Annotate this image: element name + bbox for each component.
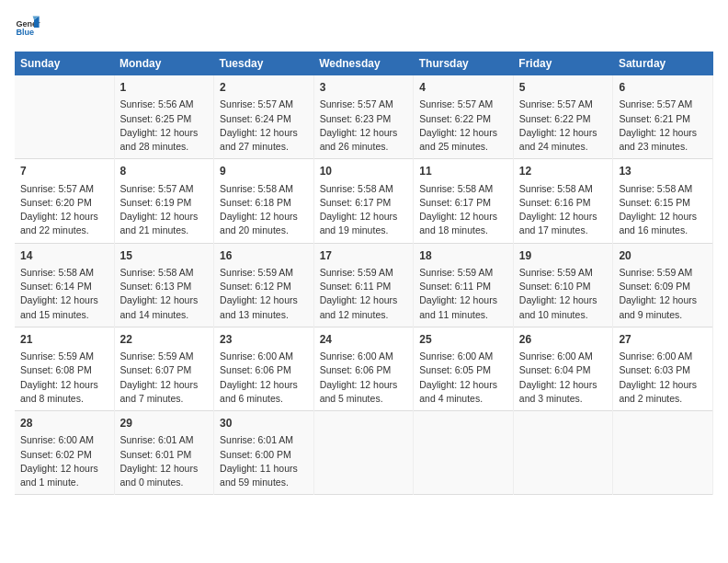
- calendar-cell: [313, 411, 414, 495]
- day-number: 9: [220, 164, 308, 179]
- header-cell-thursday: Thursday: [414, 52, 514, 75]
- day-info: Sunrise: 5:59 AM Sunset: 6:10 PM Dayligh…: [519, 266, 608, 322]
- day-number: 8: [120, 164, 209, 179]
- week-row-5: 28Sunrise: 6:00 AM Sunset: 6:02 PM Dayli…: [15, 411, 713, 495]
- calendar-cell: 12Sunrise: 5:58 AM Sunset: 6:16 PM Dayli…: [513, 159, 613, 243]
- header-cell-friday: Friday: [513, 52, 613, 75]
- header-cell-sunday: Sunday: [15, 52, 114, 75]
- day-info: Sunrise: 6:01 AM Sunset: 6:00 PM Dayligh…: [220, 433, 308, 489]
- calendar-cell: 21Sunrise: 5:59 AM Sunset: 6:08 PM Dayli…: [15, 327, 114, 410]
- day-number: 25: [419, 332, 507, 348]
- page-header: General Blue: [15, 15, 713, 40]
- day-number: 17: [320, 248, 408, 264]
- calendar-table: SundayMondayTuesdayWednesdayThursdayFrid…: [15, 52, 713, 495]
- calendar-cell: 23Sunrise: 6:00 AM Sunset: 6:06 PM Dayli…: [214, 327, 314, 410]
- week-row-3: 14Sunrise: 5:58 AM Sunset: 6:14 PM Dayli…: [15, 243, 713, 327]
- calendar-cell: 20Sunrise: 5:59 AM Sunset: 6:09 PM Dayli…: [613, 243, 713, 327]
- day-number: 26: [519, 332, 608, 348]
- calendar-cell: [414, 411, 514, 495]
- calendar-cell: 24Sunrise: 6:00 AM Sunset: 6:06 PM Dayli…: [313, 327, 414, 410]
- day-number: 22: [120, 332, 209, 348]
- calendar-body: 1Sunrise: 5:56 AM Sunset: 6:25 PM Daylig…: [15, 75, 713, 495]
- calendar-cell: 2Sunrise: 5:57 AM Sunset: 6:24 PM Daylig…: [214, 75, 314, 159]
- day-info: Sunrise: 5:57 AM Sunset: 6:22 PM Dayligh…: [419, 98, 507, 154]
- day-info: Sunrise: 5:58 AM Sunset: 6:16 PM Dayligh…: [519, 182, 608, 238]
- calendar-cell: 3Sunrise: 5:57 AM Sunset: 6:23 PM Daylig…: [313, 75, 414, 159]
- day-number: 13: [619, 164, 707, 179]
- calendar-cell: [513, 411, 613, 495]
- calendar-cell: 10Sunrise: 5:58 AM Sunset: 6:17 PM Dayli…: [313, 159, 414, 243]
- calendar-cell: 15Sunrise: 5:58 AM Sunset: 6:13 PM Dayli…: [114, 243, 214, 327]
- day-number: 27: [619, 332, 707, 348]
- day-number: 3: [320, 80, 408, 96]
- calendar-cell: 7Sunrise: 5:57 AM Sunset: 6:20 PM Daylig…: [15, 159, 114, 243]
- calendar-cell: 16Sunrise: 5:59 AM Sunset: 6:12 PM Dayli…: [214, 243, 314, 327]
- day-info: Sunrise: 6:00 AM Sunset: 6:03 PM Dayligh…: [619, 350, 707, 406]
- calendar-cell: [613, 411, 713, 495]
- day-number: 10: [320, 164, 408, 179]
- day-info: Sunrise: 6:00 AM Sunset: 6:02 PM Dayligh…: [20, 433, 108, 489]
- calendar-cell: 22Sunrise: 5:59 AM Sunset: 6:07 PM Dayli…: [114, 327, 214, 410]
- day-number: 12: [519, 164, 608, 179]
- day-info: Sunrise: 5:58 AM Sunset: 6:18 PM Dayligh…: [220, 182, 308, 238]
- calendar-cell: 28Sunrise: 6:00 AM Sunset: 6:02 PM Dayli…: [15, 411, 114, 495]
- calendar-cell: 5Sunrise: 5:57 AM Sunset: 6:22 PM Daylig…: [513, 75, 613, 159]
- calendar-cell: 8Sunrise: 5:57 AM Sunset: 6:19 PM Daylig…: [114, 159, 214, 243]
- svg-text:Blue: Blue: [16, 28, 34, 37]
- day-info: Sunrise: 5:57 AM Sunset: 6:24 PM Dayligh…: [220, 98, 308, 154]
- day-number: 29: [120, 416, 209, 431]
- day-info: Sunrise: 5:57 AM Sunset: 6:19 PM Dayligh…: [120, 182, 209, 238]
- day-number: 18: [419, 248, 507, 264]
- calendar-header: SundayMondayTuesdayWednesdayThursdayFrid…: [15, 52, 713, 75]
- day-number: 5: [519, 80, 608, 96]
- header-cell-saturday: Saturday: [613, 52, 713, 75]
- calendar-cell: 30Sunrise: 6:01 AM Sunset: 6:00 PM Dayli…: [214, 411, 314, 495]
- day-number: 15: [120, 248, 209, 264]
- calendar-cell: 19Sunrise: 5:59 AM Sunset: 6:10 PM Dayli…: [513, 243, 613, 327]
- day-number: 4: [419, 80, 507, 96]
- day-info: Sunrise: 6:00 AM Sunset: 6:06 PM Dayligh…: [220, 350, 308, 406]
- day-info: Sunrise: 6:00 AM Sunset: 6:05 PM Dayligh…: [419, 350, 507, 406]
- day-info: Sunrise: 5:58 AM Sunset: 6:13 PM Dayligh…: [120, 266, 209, 322]
- calendar-cell: 14Sunrise: 5:58 AM Sunset: 6:14 PM Dayli…: [15, 243, 114, 327]
- day-number: 7: [20, 164, 108, 179]
- day-info: Sunrise: 5:58 AM Sunset: 6:17 PM Dayligh…: [419, 182, 507, 238]
- calendar-cell: 17Sunrise: 5:59 AM Sunset: 6:11 PM Dayli…: [313, 243, 414, 327]
- day-info: Sunrise: 5:59 AM Sunset: 6:08 PM Dayligh…: [20, 350, 108, 406]
- day-number: 23: [220, 332, 308, 348]
- week-row-2: 7Sunrise: 5:57 AM Sunset: 6:20 PM Daylig…: [15, 159, 713, 243]
- calendar-cell: 6Sunrise: 5:57 AM Sunset: 6:21 PM Daylig…: [613, 75, 713, 159]
- calendar-cell: 4Sunrise: 5:57 AM Sunset: 6:22 PM Daylig…: [414, 75, 514, 159]
- day-info: Sunrise: 5:57 AM Sunset: 6:21 PM Dayligh…: [619, 98, 707, 154]
- day-number: 14: [20, 248, 108, 264]
- calendar-cell: 27Sunrise: 6:00 AM Sunset: 6:03 PM Dayli…: [613, 327, 713, 410]
- day-info: Sunrise: 5:57 AM Sunset: 6:22 PM Dayligh…: [519, 98, 608, 154]
- header-cell-wednesday: Wednesday: [313, 52, 414, 75]
- day-number: 20: [619, 248, 707, 264]
- week-row-4: 21Sunrise: 5:59 AM Sunset: 6:08 PM Dayli…: [15, 327, 713, 410]
- calendar-cell: 1Sunrise: 5:56 AM Sunset: 6:25 PM Daylig…: [114, 75, 214, 159]
- day-number: 2: [220, 80, 308, 96]
- calendar-cell: 29Sunrise: 6:01 AM Sunset: 6:01 PM Dayli…: [114, 411, 214, 495]
- calendar-cell: 26Sunrise: 6:00 AM Sunset: 6:04 PM Dayli…: [513, 327, 613, 410]
- day-number: 28: [20, 416, 108, 431]
- calendar-cell: 25Sunrise: 6:00 AM Sunset: 6:05 PM Dayli…: [414, 327, 514, 410]
- day-number: 1: [120, 80, 209, 96]
- calendar-cell: 13Sunrise: 5:58 AM Sunset: 6:15 PM Dayli…: [613, 159, 713, 243]
- day-number: 16: [220, 248, 308, 264]
- header-cell-tuesday: Tuesday: [214, 52, 314, 75]
- day-info: Sunrise: 5:59 AM Sunset: 6:12 PM Dayligh…: [220, 266, 308, 322]
- day-number: 6: [619, 80, 707, 96]
- day-info: Sunrise: 5:57 AM Sunset: 6:20 PM Dayligh…: [20, 182, 108, 238]
- logo-icon: General Blue: [15, 15, 40, 40]
- logo: General Blue: [15, 15, 44, 40]
- day-number: 24: [320, 332, 408, 348]
- day-number: 30: [220, 416, 308, 431]
- calendar-cell: [15, 75, 114, 159]
- header-cell-monday: Monday: [114, 52, 214, 75]
- day-info: Sunrise: 6:00 AM Sunset: 6:04 PM Dayligh…: [519, 350, 608, 406]
- day-number: 11: [419, 164, 507, 179]
- day-info: Sunrise: 6:01 AM Sunset: 6:01 PM Dayligh…: [120, 433, 209, 489]
- day-info: Sunrise: 5:58 AM Sunset: 6:14 PM Dayligh…: [20, 266, 108, 322]
- day-number: 19: [519, 248, 608, 264]
